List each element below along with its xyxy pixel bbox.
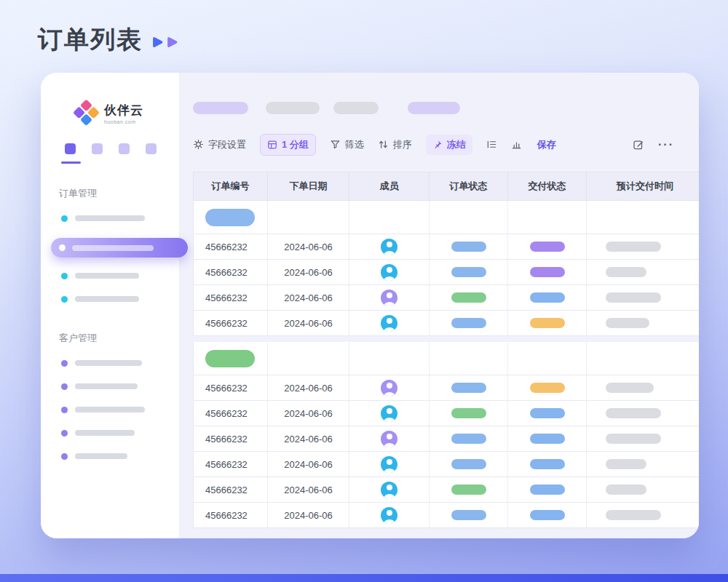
sidebar-item-selected[interactable] bbox=[51, 238, 188, 258]
row-height-button[interactable] bbox=[486, 139, 497, 150]
order-no-cell: 45666232 bbox=[194, 477, 268, 502]
item-placeholder-bar bbox=[75, 407, 145, 412]
delivery-status-pill bbox=[530, 459, 565, 469]
eta-pill bbox=[606, 292, 661, 303]
member-cell bbox=[349, 260, 430, 284]
column-header[interactable]: 预计交付时间 bbox=[587, 172, 699, 200]
eta-pill bbox=[606, 408, 661, 418]
order-no-cell: 45666232 bbox=[194, 503, 268, 527]
breadcrumb-pill bbox=[266, 102, 320, 114]
item-placeholder-bar bbox=[75, 430, 135, 436]
table-row[interactable]: 45666232 2024-06-06 bbox=[193, 260, 699, 285]
order-status-cell bbox=[430, 285, 508, 310]
workspace-tab[interactable] bbox=[146, 143, 157, 154]
nav-section-label: 订单管理 bbox=[41, 187, 179, 200]
order-status-pill bbox=[451, 408, 486, 418]
item-dot bbox=[61, 407, 68, 413]
table-row[interactable]: 45666232 2024-06-06 bbox=[193, 452, 699, 477]
group-button[interactable]: 1 分组 bbox=[260, 134, 316, 156]
order-status-cell bbox=[430, 401, 508, 426]
sort-button[interactable]: 排序 bbox=[378, 138, 412, 151]
sidebar-item[interactable] bbox=[41, 429, 179, 436]
item-dot bbox=[61, 296, 68, 303]
item-dot bbox=[61, 215, 68, 222]
workspace-tab[interactable] bbox=[92, 143, 103, 154]
field-settings-icon bbox=[193, 139, 204, 150]
member-avatar-icon bbox=[381, 380, 397, 396]
sidebar-item[interactable] bbox=[41, 272, 179, 279]
sidebar-item[interactable] bbox=[41, 359, 179, 367]
chart-button[interactable] bbox=[511, 139, 522, 150]
sidebar-item[interactable] bbox=[41, 215, 179, 222]
filter-button[interactable]: 筛选 bbox=[330, 138, 364, 151]
column-header[interactable]: 成员 bbox=[349, 172, 430, 200]
item-dot bbox=[61, 430, 68, 436]
order-status-pill bbox=[451, 485, 486, 495]
table-row[interactable]: 45666232 2024-06-06 bbox=[193, 285, 699, 311]
group-empty-cell bbox=[349, 342, 430, 375]
table-row[interactable]: 45666232 2024-06-06 bbox=[193, 503, 699, 528]
order-no-cell: 45666232 bbox=[194, 234, 268, 259]
row-height-icon bbox=[486, 139, 497, 150]
sort-label: 排序 bbox=[393, 138, 412, 151]
freeze-button[interactable]: 冻结 bbox=[426, 135, 472, 155]
field-settings-button[interactable]: 字段设置 bbox=[193, 138, 246, 151]
group-empty-cell bbox=[587, 342, 699, 375]
more-button[interactable]: ··· bbox=[658, 138, 674, 151]
order-status-cell bbox=[430, 503, 508, 527]
order-date-cell: 2024-06-06 bbox=[268, 375, 349, 400]
group-pill bbox=[205, 209, 255, 226]
workspace-tabs bbox=[41, 143, 179, 164]
member-cell bbox=[349, 452, 430, 477]
eta-pill bbox=[606, 459, 646, 469]
column-header[interactable]: 下单日期 bbox=[268, 172, 349, 200]
table-row[interactable]: 45666232 2024-06-06 bbox=[193, 401, 699, 426]
column-header[interactable]: 订单状态 bbox=[430, 172, 508, 200]
table-body: 45666232 2024-06-06 45666232 2024-06-06 … bbox=[193, 201, 699, 528]
table-row[interactable]: 45666232 2024-06-06 bbox=[193, 234, 699, 260]
table-row[interactable]: 45666232 2024-06-06 bbox=[193, 426, 699, 452]
delivery-status-pill bbox=[530, 292, 565, 303]
delivery-status-pill bbox=[530, 434, 565, 444]
order-table: 订单编号下单日期成员订单状态交付状态预计交付时间 45666232 2024-0… bbox=[193, 172, 699, 528]
order-status-pill bbox=[451, 267, 486, 277]
delivery-status-pill bbox=[530, 510, 565, 520]
group-empty-cell bbox=[508, 342, 587, 375]
eta-cell bbox=[587, 452, 699, 477]
order-status-pill bbox=[451, 383, 486, 393]
member-cell bbox=[349, 234, 430, 259]
member-avatar-icon bbox=[381, 507, 397, 524]
eta-cell bbox=[587, 234, 699, 259]
save-button[interactable]: 保存 bbox=[537, 138, 556, 151]
group-empty-cell bbox=[430, 342, 508, 375]
delivery-status-cell bbox=[508, 452, 587, 477]
table-row[interactable]: 45666232 2024-06-06 bbox=[193, 477, 699, 503]
table-row[interactable]: 45666232 2024-06-06 bbox=[193, 311, 699, 336]
delivery-status-cell bbox=[508, 426, 587, 451]
delivery-status-cell bbox=[508, 234, 587, 259]
column-header[interactable]: 订单编号 bbox=[194, 172, 268, 200]
order-status-pill bbox=[451, 510, 486, 520]
column-header[interactable]: 交付状态 bbox=[508, 172, 587, 200]
brand-domain: huoban.com bbox=[104, 119, 143, 124]
sidebar-item[interactable] bbox=[41, 406, 179, 413]
workspace-tab[interactable] bbox=[119, 143, 130, 154]
logo-text: 伙伴云 huoban.com bbox=[104, 102, 143, 124]
sidebar-item[interactable] bbox=[41, 295, 179, 303]
sidebar-item[interactable] bbox=[41, 453, 179, 460]
group-empty-cell bbox=[268, 201, 349, 234]
workspace-tab-active[interactable] bbox=[65, 143, 76, 154]
chart-icon bbox=[511, 139, 522, 150]
group-header-row[interactable] bbox=[193, 342, 699, 375]
group-header-row[interactable] bbox=[193, 201, 699, 234]
table-row[interactable]: 45666232 2024-06-06 bbox=[193, 375, 699, 401]
eta-pill bbox=[606, 485, 646, 495]
sidebar-item[interactable] bbox=[41, 383, 179, 390]
eta-cell bbox=[587, 285, 699, 310]
order-status-pill bbox=[451, 459, 486, 469]
eta-pill bbox=[606, 267, 646, 277]
delivery-status-pill bbox=[530, 318, 565, 328]
group-label: 1 分组 bbox=[282, 138, 309, 151]
edit-button[interactable] bbox=[633, 139, 644, 151]
order-status-cell bbox=[430, 260, 508, 284]
